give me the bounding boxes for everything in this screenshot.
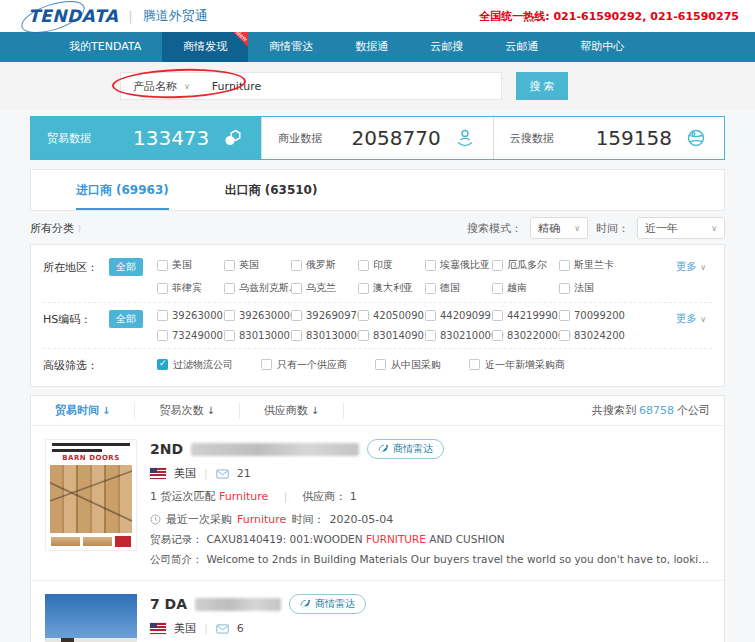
region-checkbox-item[interactable]: 英国 [224,258,291,272]
nav-item-help-center[interactable]: 帮助中心 [559,32,645,62]
checkbox[interactable] [358,260,369,271]
checkbox[interactable] [559,310,570,321]
tab-importers[interactable]: 进口商(69963) [76,170,169,210]
checkbox[interactable] [425,260,436,271]
hs-checkbox-item[interactable]: 39263000 [157,310,224,321]
sort-trade-time[interactable]: 贸易时间↓ [31,403,135,419]
checkbox[interactable] [224,283,235,294]
all-categories-link[interactable]: 所有分类〉 [30,221,86,236]
hs-checkbox-item[interactable]: 8302100000 [425,330,492,341]
region-checkbox-item[interactable]: 印度 [358,258,425,272]
hs-all-button[interactable]: 全部 [109,310,143,328]
hs-checkbox-item[interactable]: 44209099 [425,310,492,321]
checkbox[interactable] [358,310,369,321]
nav-item-cloud-mail[interactable]: 云邮通 [484,32,559,62]
mail-count[interactable]: 6 [237,622,244,635]
checkbox[interactable] [157,330,168,341]
region-more-link[interactable]: 更多 ∨ [676,260,706,274]
sort-supplier-count[interactable]: 供应商数↓ [240,403,344,419]
hs-checkbox-item[interactable]: 83014090 [358,330,425,341]
nav-item-data-link[interactable]: 数据通 [334,32,409,62]
checkbox[interactable] [425,283,436,294]
hs-checkbox-item[interactable]: 44219990 [492,310,559,321]
nav-item-business-radar[interactable]: 商情雷达 [248,32,334,62]
checkbox[interactable] [375,359,386,370]
region-checkbox-item[interactable]: 俄罗斯 [291,258,358,272]
region-checkbox-item[interactable]: 埃塞俄比亚 [425,258,492,272]
business-radar-button[interactable]: 商情雷达 [289,594,366,614]
stat-business-data[interactable]: 商业数据 2058770 [261,117,492,159]
checkbox[interactable] [157,283,168,294]
checkbox[interactable] [261,359,272,370]
hs-checkbox-item[interactable]: 73249000 [157,330,224,341]
checkbox[interactable] [559,283,570,294]
sort-trade-count[interactable]: 贸易次数↓ [135,403,239,419]
tab-exporters[interactable]: 出口商(63510) [225,170,318,210]
checkbox[interactable] [559,260,570,271]
company-title[interactable]: 2ND [150,441,183,457]
checkbox[interactable] [291,310,302,321]
hs-checkbox-item[interactable]: 8302200000 [492,330,559,341]
region-checkbox-item[interactable]: 菲律宾 [157,281,224,295]
checkbox[interactable] [559,330,570,341]
checkbox[interactable] [157,260,168,271]
logo[interactable]: TENDATA | 腾道外贸通 [28,6,208,26]
stat-cloud-search-data[interactable]: 云搜数据 159158 [493,117,724,159]
hs-checkbox-item[interactable]: 42050090 [358,310,425,321]
checkbox[interactable] [469,359,480,370]
nav-item-my-tendata[interactable]: 我的TENDATA [48,32,162,62]
region-checkbox-item[interactable]: 厄瓜多尔 [492,258,559,272]
checkbox[interactable] [492,260,503,271]
search-mode-select[interactable]: 精确∨ [530,217,588,239]
checkbox[interactable] [425,330,436,341]
advanced-checkbox-item[interactable]: 只有一个供应商 [261,358,347,372]
checkbox[interactable] [291,330,302,341]
region-checkbox-item[interactable]: 德国 [425,281,492,295]
checkbox[interactable] [425,310,436,321]
region-checkbox-item[interactable]: 法国 [559,281,626,295]
hs-checkbox-item[interactable]: 83024200 [559,330,626,341]
hs-checkbox-item[interactable]: 83013000 [224,330,291,341]
checkbox[interactable] [358,330,369,341]
checkbox[interactable] [291,283,302,294]
stat-trade-data[interactable]: 贸易数据 133473 [31,117,261,159]
hs-checkbox-item[interactable]: 3926909709 [291,310,358,321]
checkbox[interactable] [157,310,168,321]
chevron-down-icon: ∨ [711,224,717,233]
time-select[interactable]: 近一年∨ [637,217,725,239]
checkbox-checked[interactable] [157,359,168,370]
region-all-button[interactable]: 全部 [109,258,143,276]
region-checkbox-item[interactable]: 乌克兰 [291,281,358,295]
company-title[interactable]: 7 DA [150,596,187,612]
hs-checkbox-item[interactable]: 3926300000 [224,310,291,321]
checkbox[interactable] [492,330,503,341]
checkbox[interactable] [358,283,369,294]
search-category-dropdown[interactable]: 产品名称 ∨ [121,79,200,94]
checkbox[interactable] [291,260,302,271]
hs-more-link[interactable]: 更多 ∨ [676,312,706,326]
region-checkbox-item[interactable]: 斯里兰卡 [559,258,626,272]
advanced-checkbox-checked[interactable]: 过滤物流公司 [157,358,233,372]
checkbox[interactable] [492,283,503,294]
mail-icon[interactable] [216,624,229,634]
checkbox[interactable] [224,260,235,271]
checkbox[interactable] [492,310,503,321]
checkbox[interactable] [224,310,235,321]
search-input[interactable]: 产品名称 ∨ Furniture [120,72,502,100]
nav-item-business-discovery[interactable]: 商情发现 New [162,32,248,62]
mail-count[interactable]: 21 [237,467,251,480]
checkbox[interactable] [224,330,235,341]
region-checkbox-item[interactable]: 越南 [492,281,559,295]
search-button[interactable]: 搜 索 [516,72,568,100]
region-checkbox-item[interactable]: 美国 [157,258,224,272]
nav-item-cloud-mail-search[interactable]: 云邮搜 [409,32,484,62]
advanced-checkbox-item[interactable]: 从中国采购 [375,358,441,372]
business-radar-button[interactable]: 商情雷达 [367,439,444,459]
hs-checkbox-item[interactable]: 8301300000 [291,330,358,341]
hs-checkbox-item[interactable]: 70099200 [559,310,626,321]
region-checkbox-item[interactable]: 乌兹别克斯... [224,281,291,295]
search-query-text[interactable]: Furniture [212,80,261,93]
mail-icon[interactable] [216,469,229,479]
advanced-checkbox-item[interactable]: 近一年新增采购商 [469,358,565,372]
region-checkbox-item[interactable]: 澳大利亚 [358,281,425,295]
